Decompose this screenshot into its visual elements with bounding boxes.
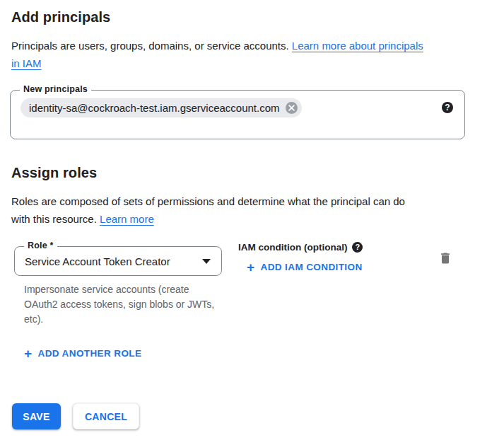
learn-more-principals-link-continued[interactable]: in IAM — [11, 57, 42, 69]
intro-line-1: Principals are users, groups, domains, o… — [11, 37, 478, 54]
roles-desc-text: with this resource. — [11, 213, 100, 225]
learn-more-principals-link[interactable]: Learn more about principals — [292, 40, 423, 52]
trash-icon — [438, 251, 452, 265]
role-select-inner: Service Account Token Creator — [15, 247, 221, 275]
new-principals-field[interactable]: New principals identity-sa@cockroach-tes… — [10, 90, 465, 139]
iam-condition-label: IAM condition (optional) — [238, 242, 347, 253]
chip-remove-icon[interactable] — [286, 102, 298, 114]
new-principals-help-icon[interactable]: ? — [442, 102, 453, 113]
add-another-role-button[interactable]: + ADD ANOTHER ROLE — [21, 347, 144, 360]
intro-paragraph: Principals are users, groups, domains, o… — [11, 37, 478, 72]
plus-icon: + — [247, 262, 255, 272]
save-button[interactable]: SAVE — [12, 403, 61, 429]
close-icon — [288, 105, 295, 111]
delete-role-button[interactable] — [437, 250, 454, 267]
iam-condition-help-icon[interactable]: ? — [352, 242, 363, 253]
learn-more-roles-link[interactable]: Learn more — [100, 213, 154, 225]
role-selected-value: Service Account Token Creator — [15, 255, 170, 267]
intro-text: Principals are users, groups, domains, o… — [11, 40, 292, 52]
new-principals-label: New principals — [20, 84, 91, 94]
roles-desc-line-2: with this resource. Learn more — [11, 210, 485, 228]
add-iam-condition-button[interactable]: + ADD IAM CONDITION — [244, 260, 365, 274]
cancel-button[interactable]: CANCEL — [73, 403, 139, 429]
plus-icon: + — [24, 349, 33, 359]
principal-chip: identity-sa@cockroach-test.iam.gservicea… — [20, 98, 302, 117]
role-select[interactable]: Role * Service Account Token Creator — [14, 246, 222, 276]
add-another-role-label: ADD ANOTHER ROLE — [38, 348, 142, 359]
iam-condition-header: IAM condition (optional) ? — [238, 242, 363, 253]
assign-roles-description: Roles are composed of sets of permission… — [11, 192, 485, 228]
add-principals-panel: Add principals Principals are users, gro… — [0, 0, 504, 445]
principal-chip-label: identity-sa@cockroach-test.iam.gservicea… — [29, 102, 280, 114]
role-label: Role * — [24, 241, 57, 250]
dropdown-arrow-icon — [202, 259, 211, 264]
roles-desc-line-1: Roles are composed of sets of permission… — [11, 192, 485, 210]
intro-line-2: in IAM — [11, 54, 478, 72]
page-title: Add principals — [11, 9, 110, 25]
add-iam-condition-label: ADD IAM CONDITION — [261, 262, 363, 272]
role-helper-text: Impersonate service accounts (create OAu… — [24, 282, 221, 327]
assign-roles-title: Assign roles — [11, 165, 97, 181]
